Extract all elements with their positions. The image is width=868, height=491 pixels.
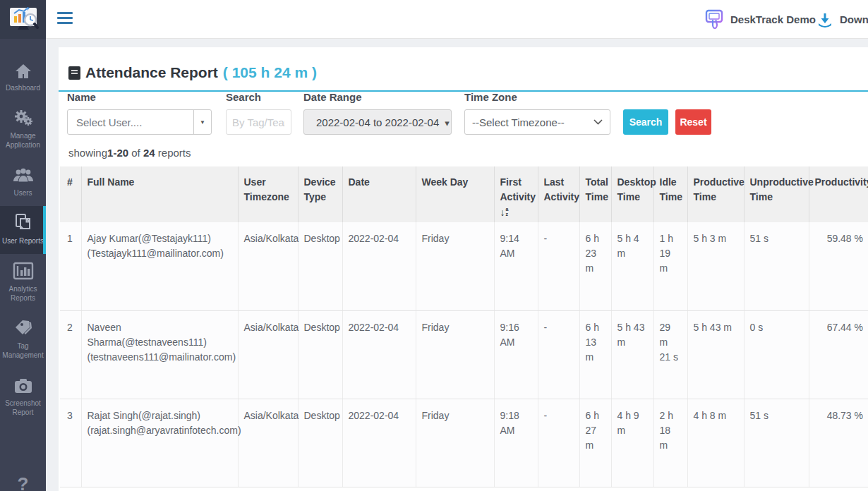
column-header-productive-time[interactable]: Productive Time [687, 166, 744, 222]
sidebar-item-users[interactable]: Users [0, 158, 46, 206]
download-label: Download [840, 13, 868, 25]
menu-toggle-button[interactable] [57, 12, 73, 27]
user-select[interactable]: Select User.... [67, 109, 212, 135]
cell-idle-time: 2 h 18 m [653, 399, 687, 487]
cell-index: 3 [60, 399, 81, 487]
column-header-date[interactable]: Date [342, 166, 416, 222]
cell-week-day: Friday [416, 399, 494, 487]
column-header-full-name[interactable]: Full Name [81, 166, 238, 222]
download-button[interactable]: Download [816, 0, 868, 39]
cell-productivity: 67.44 % [809, 310, 868, 399]
tags-icon [13, 319, 34, 337]
date-range-label: Date Range [303, 91, 362, 103]
column-header-productivity[interactable]: Productivity [809, 166, 868, 222]
account-avatar-icon [704, 9, 724, 30]
reports-icon [13, 214, 33, 232]
cell-user-timezone: Asia/Kolkata [238, 310, 298, 399]
camera-icon [13, 376, 33, 394]
column-header-last-activity[interactable]: Last Activity [538, 166, 579, 222]
cell-unproductive-time: 51 s [744, 399, 809, 487]
cell-productivity: 48.73 % [809, 399, 868, 487]
help-icon: ? [18, 473, 29, 491]
cell-user-timezone: Asia/Kolkata [238, 399, 298, 487]
cell-productive-time: 5 h 3 m [687, 222, 744, 310]
caret-down-icon [193, 110, 211, 134]
page-title: Attendance Report [85, 64, 218, 81]
timezone-select[interactable]: --Select Timezone-- [464, 109, 610, 135]
topbar: DeskTrack Demo Download [46, 0, 868, 39]
sidebar-item-label: Dashboard [6, 83, 40, 92]
results-summary: showing1-20 of 24 reports [68, 147, 191, 159]
table-row: 2 Naveen Sharma(@testnaveens111)(testnav… [60, 310, 868, 399]
tag-team-search-input[interactable] [226, 109, 291, 135]
report-icon [68, 66, 80, 80]
home-icon [15, 61, 32, 79]
name-filter-label: Name [67, 91, 96, 103]
column-header-total-time[interactable]: Total Time [579, 166, 611, 222]
cell-week-day: Friday [416, 222, 494, 310]
cell-first-activity: 9:18 AM [494, 399, 538, 487]
cell-desktop-time: 5 h 43 m [611, 310, 653, 399]
column-header-index: # [60, 166, 81, 222]
sidebar: Dashboard Manage Appli [0, 0, 46, 491]
cell-first-activity: 9:16 AM [494, 310, 538, 399]
sidebar-item-screenshot-report[interactable]: Screenshot Report [0, 368, 46, 425]
account-menu[interactable]: DeskTrack Demo [704, 0, 816, 39]
sidebar-item-manage-application[interactable]: Manage Application [0, 101, 46, 158]
sidebar-item-label: Analytics Reports [1, 284, 44, 303]
timezone-label: Time Zone [464, 91, 517, 103]
cell-date: 2022-02-04 [342, 310, 416, 399]
desktrack-logo[interactable] [0, 0, 46, 39]
cell-date: 2022-02-04 [342, 399, 416, 487]
sidebar-item-user-reports[interactable]: User Reports [0, 206, 46, 254]
sidebar-item-label: Manage Application [1, 131, 44, 150]
cell-unproductive-time: 51 s [744, 222, 809, 310]
desktrack-app: Dashboard Manage Appli [0, 0, 868, 491]
sidebar-item-label: Tag Management [1, 341, 44, 360]
sidebar-item-label: User Reports [2, 236, 44, 246]
reset-button[interactable]: Reset [675, 109, 711, 135]
date-range-picker[interactable]: 2022-02-04 to 2022-02-04 [303, 109, 452, 135]
caret-down-icon [445, 116, 450, 128]
sidebar-item-label: Screenshot Report [1, 399, 44, 417]
sidebar-item-dashboard[interactable]: Dashboard [0, 53, 46, 101]
cell-device-type: Desktop [298, 399, 342, 487]
cell-date: 2022-02-04 [342, 222, 416, 310]
column-header-week-day[interactable]: Week Day [416, 166, 494, 222]
attendance-report-panel: Attendance Report ( 105 h 24 m ) Name Se… [59, 47, 868, 491]
download-icon [816, 11, 833, 28]
column-header-desktop-time[interactable]: Desktop Time [611, 166, 653, 222]
column-header-user-timezone[interactable]: User Timezone [238, 166, 298, 222]
cell-index: 1 [60, 222, 81, 310]
sidebar-item-tag-management[interactable]: Tag Management [0, 311, 46, 368]
cell-user-timezone: Asia/Kolkata [238, 222, 298, 310]
search-button[interactable]: Search [623, 109, 668, 135]
column-header-unproductive-time[interactable]: Unproductive Time [744, 166, 809, 222]
cell-full-name: Rajat Singh(@rajat.singh)(rajat.singh@ar… [81, 399, 238, 487]
sort-alpha-asc-icon[interactable] [500, 205, 509, 220]
cell-full-name: Naveen Sharma(@testnaveens111)(testnavee… [81, 310, 238, 399]
cell-index: 2 [60, 310, 81, 399]
table-header-row: # Full Name User Timezone Device Type Da… [60, 166, 868, 222]
cell-last-activity: - [538, 399, 579, 487]
cell-desktop-time: 5 h 4 m [611, 222, 653, 310]
search-filter-label: Search [226, 91, 261, 103]
cell-week-day: Friday [416, 310, 494, 399]
cell-productive-time: 5 h 43 m [687, 310, 744, 399]
cell-first-activity: 9:14 AM [494, 222, 538, 310]
column-header-device-type[interactable]: Device Type [298, 166, 342, 222]
cell-desktop-time: 4 h 9 m [611, 399, 653, 487]
cell-last-activity: - [538, 222, 579, 310]
table-row: 1 Ajay Kumar(@Testajayk111)(Testajayk111… [60, 222, 868, 310]
column-header-first-activity[interactable]: First Activity [494, 166, 538, 222]
cell-total-time: 6 h 27 m [579, 399, 611, 487]
sidebar-item-help[interactable]: ? [0, 473, 46, 491]
cell-productivity: 59.48 % [809, 222, 868, 310]
cell-last-activity: - [538, 310, 579, 399]
sidebar-item-analytics-reports[interactable]: Analytics Reports [0, 254, 46, 311]
column-header-idle-time[interactable]: Idle Time [653, 166, 687, 222]
cell-unproductive-time: 0 s [744, 310, 809, 399]
cell-device-type: Desktop [298, 310, 342, 399]
cell-productive-time: 4 h 8 m [687, 399, 744, 487]
cell-total-time: 6 h 13 m [579, 310, 611, 399]
